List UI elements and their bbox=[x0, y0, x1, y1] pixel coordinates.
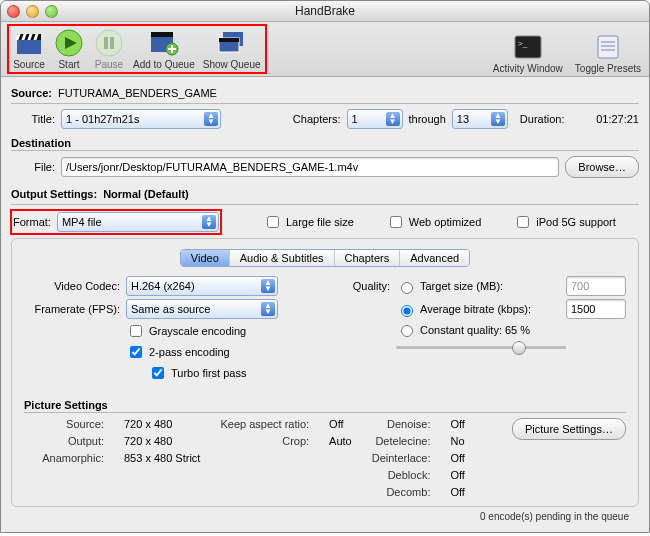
pic-keep: Off bbox=[329, 418, 352, 430]
target-size-radio[interactable]: Target size (MB): bbox=[396, 279, 503, 294]
format-select[interactable]: MP4 file▲▼ bbox=[57, 212, 219, 232]
source-label: Source bbox=[13, 59, 45, 70]
show-queue-button[interactable]: Show Queue bbox=[203, 28, 261, 70]
avg-bitrate-input[interactable] bbox=[566, 299, 626, 319]
presets-icon bbox=[593, 32, 623, 62]
svg-text:>_: >_ bbox=[518, 39, 528, 48]
tab-chapters[interactable]: Chapters bbox=[335, 250, 401, 266]
svg-rect-10 bbox=[110, 37, 114, 49]
const-quality-radio[interactable]: Constant quality: 65 % bbox=[396, 322, 530, 337]
pause-button[interactable]: Pause bbox=[93, 28, 125, 70]
pic-output: 720 x 480 bbox=[124, 435, 200, 447]
title-select[interactable]: 1 - 01h27m21s▲▼ bbox=[61, 109, 221, 129]
tab-advanced[interactable]: Advanced bbox=[400, 250, 469, 266]
picture-settings: Picture Settings Source: Output: Anamorp… bbox=[24, 399, 626, 498]
chapter-to-select[interactable]: 13▲▼ bbox=[452, 109, 508, 129]
grayscale-checkbox[interactable]: Grayscale encoding bbox=[126, 322, 246, 340]
duration-label: Duration: bbox=[520, 113, 565, 125]
content: Source: FUTURAMA_BENDERS_GAME Title: 1 -… bbox=[1, 77, 649, 532]
start-label: Start bbox=[58, 59, 79, 70]
svg-point-8 bbox=[96, 30, 122, 56]
fps-label: Framerate (FPS): bbox=[24, 303, 120, 315]
add-queue-icon bbox=[149, 28, 179, 58]
svg-rect-19 bbox=[598, 36, 618, 58]
quality-label: Quality: bbox=[340, 280, 390, 292]
picture-settings-button[interactable]: Picture Settings… bbox=[512, 418, 626, 440]
window: HandBrake Source Start Pause Add to Queu… bbox=[0, 0, 650, 533]
svg-rect-9 bbox=[104, 37, 108, 49]
tab-audio[interactable]: Audio & Subtitles bbox=[230, 250, 335, 266]
large-file-checkbox[interactable]: Large file size bbox=[263, 213, 354, 231]
add-queue-label: Add to Queue bbox=[133, 59, 195, 70]
ipod-checkbox[interactable]: iPod 5G support bbox=[513, 213, 616, 231]
source-button[interactable]: Source bbox=[13, 28, 45, 70]
format-label: Format: bbox=[13, 216, 51, 228]
dest-row: File: Browse… bbox=[11, 156, 639, 178]
browse-button[interactable]: Browse… bbox=[565, 156, 639, 178]
add-queue-button[interactable]: Add to Queue bbox=[133, 28, 195, 70]
file-label: File: bbox=[11, 161, 55, 173]
window-title: HandBrake bbox=[1, 4, 649, 18]
codec-select[interactable]: H.264 (x264)▲▼ bbox=[126, 276, 278, 296]
chapters-label: Chapters: bbox=[293, 113, 341, 125]
target-size-input bbox=[566, 276, 626, 296]
tabbar: Video Audio & Subtitles Chapters Advance… bbox=[180, 249, 470, 267]
play-icon bbox=[54, 28, 84, 58]
source-name: FUTURAMA_BENDERS_GAME bbox=[58, 87, 217, 99]
svg-rect-16 bbox=[219, 38, 239, 42]
dest-heading: Destination bbox=[11, 137, 639, 149]
title-row: Title: 1 - 01h27m21s▲▼ Chapters: 1▲▼ thr… bbox=[11, 109, 639, 129]
through-label: through bbox=[409, 113, 446, 125]
pic-source: 720 x 480 bbox=[124, 418, 200, 430]
twopass-checkbox[interactable]: 2-pass encoding bbox=[126, 343, 230, 361]
show-queue-label: Show Queue bbox=[203, 59, 261, 70]
chapter-from-select[interactable]: 1▲▼ bbox=[347, 109, 403, 129]
toolbar: Source Start Pause Add to Queue Show Que… bbox=[1, 22, 649, 77]
quality-slider[interactable] bbox=[396, 340, 566, 354]
duration-value: 01:27:21 bbox=[596, 113, 639, 125]
pic-crop: Auto bbox=[329, 435, 352, 447]
avg-bitrate-radio[interactable]: Average bitrate (kbps): bbox=[396, 302, 531, 317]
fps-select[interactable]: Same as source▲▼ bbox=[126, 299, 278, 319]
activity-button[interactable]: >_ Activity Window bbox=[493, 32, 563, 74]
format-row: Format: MP4 file▲▼ Large file size Web o… bbox=[11, 210, 639, 234]
svg-rect-0 bbox=[17, 40, 41, 54]
show-queue-icon bbox=[217, 28, 247, 58]
clapper-icon bbox=[14, 28, 44, 58]
picture-heading: Picture Settings bbox=[24, 399, 626, 411]
status-text: 0 encode(s) pending in the queue bbox=[11, 507, 639, 528]
start-button[interactable]: Start bbox=[53, 28, 85, 70]
toolbar-main-group: Source Start Pause Add to Queue Show Que… bbox=[7, 24, 267, 74]
pause-label: Pause bbox=[95, 59, 123, 70]
svg-rect-12 bbox=[151, 32, 173, 37]
source-heading: Source: bbox=[11, 87, 52, 99]
activity-label: Activity Window bbox=[493, 63, 563, 74]
preset-name: Normal (Default) bbox=[103, 188, 189, 200]
codec-label: Video Codec: bbox=[24, 280, 120, 292]
pause-icon bbox=[94, 28, 124, 58]
video-pane: Video Codec: H.264 (x264)▲▼ Framerate (F… bbox=[24, 273, 626, 385]
toggle-presets-button[interactable]: Toggle Presets bbox=[575, 32, 641, 74]
pic-anam: 853 x 480 Strict bbox=[124, 452, 200, 464]
file-input[interactable] bbox=[61, 157, 559, 177]
toggle-presets-label: Toggle Presets bbox=[575, 63, 641, 74]
title-label: Title: bbox=[11, 113, 55, 125]
settings-group: Video Audio & Subtitles Chapters Advance… bbox=[11, 238, 639, 507]
terminal-icon: >_ bbox=[513, 32, 543, 62]
output-heading: Output Settings: bbox=[11, 188, 97, 200]
toolbar-right-group: >_ Activity Window Toggle Presets bbox=[493, 32, 641, 74]
turbo-checkbox[interactable]: Turbo first pass bbox=[148, 364, 246, 382]
tab-video[interactable]: Video bbox=[181, 250, 230, 266]
titlebar: HandBrake bbox=[1, 1, 649, 22]
web-optimized-checkbox[interactable]: Web optimized bbox=[386, 213, 482, 231]
